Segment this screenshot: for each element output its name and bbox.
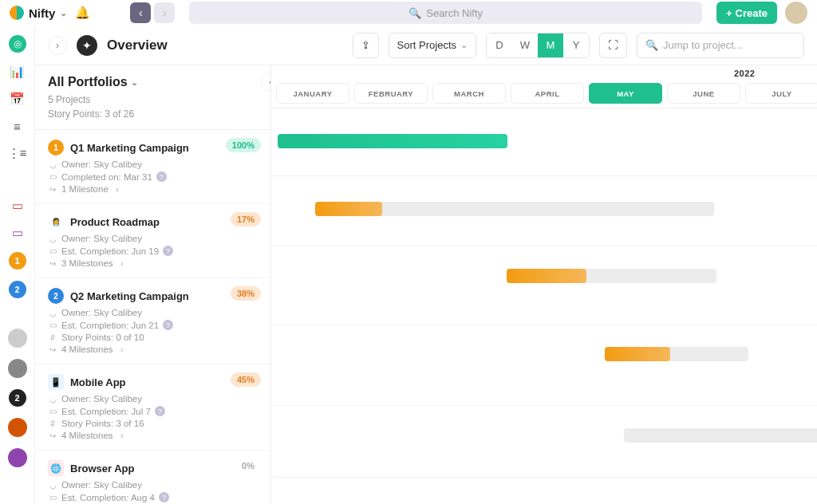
nav-back-button[interactable]: ‹ bbox=[130, 2, 151, 23]
project-icon: 📱 bbox=[48, 374, 64, 390]
project-completion: Completed on: Mar 31 bbox=[61, 172, 152, 182]
timescale-year[interactable]: Y bbox=[563, 33, 589, 57]
month-may[interactable]: MAY bbox=[589, 83, 662, 104]
fullscreen-button[interactable]: ⛶ bbox=[599, 33, 627, 58]
project-percent: 100% bbox=[226, 138, 261, 152]
project-percent: 17% bbox=[231, 212, 261, 226]
rail-project-b-icon[interactable]: ▭ bbox=[10, 225, 26, 241]
timescale-day[interactable]: D bbox=[487, 33, 512, 57]
user-icon: ◡ bbox=[48, 481, 57, 490]
search-placeholder: Search Nifty bbox=[426, 7, 483, 19]
timescale-month[interactable]: M bbox=[538, 33, 563, 57]
month-june[interactable]: JUNE bbox=[667, 83, 740, 104]
calendar-icon: ▭ bbox=[48, 246, 57, 255]
nav-rail: ◎ 📊 📅 ≡ ⋮≡ ▭ ▭ 1 2 2 bbox=[0, 26, 35, 504]
project-owner: Owner: Sky Calibey bbox=[61, 159, 142, 169]
hash-icon: # bbox=[48, 419, 57, 428]
info-icon[interactable]: ? bbox=[156, 171, 167, 182]
create-button[interactable]: + Create bbox=[716, 2, 777, 24]
chevron-right-icon: › bbox=[112, 185, 122, 194]
jump-to-project-input[interactable]: 🔍 Jump to project... bbox=[637, 33, 804, 58]
timeline-row bbox=[271, 246, 817, 325]
timeline-progress-bar[interactable] bbox=[507, 269, 586, 283]
project-percent: 45% bbox=[231, 372, 261, 387]
project-percent: 38% bbox=[231, 286, 261, 301]
project-name: Q2 Marketing Campaign bbox=[70, 290, 189, 302]
rail-avatar-4[interactable] bbox=[8, 448, 27, 467]
global-search[interactable]: 🔍 Search Nifty bbox=[189, 2, 702, 24]
rail-badge-2[interactable]: 2 bbox=[9, 281, 26, 298]
project-card[interactable]: 📱 Mobile App 45% ◡Owner: Sky Calibey▭Est… bbox=[35, 364, 270, 451]
info-icon[interactable]: ? bbox=[163, 246, 173, 256]
rail-avatar-1[interactable] bbox=[8, 329, 27, 348]
month-july[interactable]: JULY bbox=[745, 83, 817, 104]
timeline-progress-bar[interactable] bbox=[278, 134, 507, 148]
month-april[interactable]: APRIL bbox=[511, 83, 584, 104]
project-card[interactable]: 1 Q1 Marketing Campaign 100% ◡Owner: Sky… bbox=[35, 130, 270, 204]
hash-icon: # bbox=[48, 333, 57, 342]
info-icon[interactable]: ? bbox=[163, 320, 173, 330]
info-icon[interactable]: ? bbox=[159, 492, 169, 502]
brand-text: Nifty bbox=[29, 6, 55, 20]
page-title: Overview bbox=[107, 37, 168, 53]
subheader: › ✦ Overview ⇪ Sort Projects ⌄ D W M Y ⛶… bbox=[35, 26, 817, 65]
search-icon: 🔍 bbox=[645, 39, 658, 51]
compass-icon: ✦ bbox=[77, 35, 97, 56]
timeline-progress-bar[interactable] bbox=[605, 347, 670, 361]
timeline-progress-bar[interactable] bbox=[315, 202, 382, 216]
plus-icon: + bbox=[726, 7, 732, 19]
user-icon: ◡ bbox=[48, 309, 57, 317]
timeline-column: 2022 JANUARYFEBRUARYMARCHAPRILMAYJUNEJUL… bbox=[271, 65, 817, 504]
chevron-right-icon: › bbox=[117, 431, 127, 440]
milestone-icon: ↪ bbox=[48, 259, 57, 268]
milestone-icon: ↪ bbox=[48, 185, 57, 194]
portfolio-title[interactable]: All Portfolios ⌄ bbox=[48, 75, 258, 89]
project-percent: 0% bbox=[235, 459, 261, 473]
project-milestones: 4 Milestones bbox=[61, 345, 113, 354]
project-owner: Owner: Sky Calibey bbox=[61, 480, 142, 490]
calendar-icon: ▭ bbox=[48, 407, 57, 415]
timeline-header: 2022 JANUARYFEBRUARYMARCHAPRILMAYJUNEJUL… bbox=[271, 65, 817, 108]
rail-project-a-icon[interactable]: ▭ bbox=[10, 198, 26, 214]
brand[interactable]: Nifty ⌄ bbox=[10, 6, 67, 20]
project-card[interactable]: 2 Q2 Marketing Campaign 38% ◡Owner: Sky … bbox=[35, 278, 270, 364]
rail-avatar-2[interactable] bbox=[8, 359, 27, 378]
timescale-week[interactable]: W bbox=[512, 33, 538, 57]
info-icon[interactable]: ? bbox=[155, 406, 165, 416]
project-card[interactable]: 🌐 Browser App 0% ◡Owner: Sky Calibey▭Est… bbox=[35, 451, 270, 504]
expand-rail-button[interactable]: › bbox=[48, 36, 67, 55]
share-button[interactable]: ⇪ bbox=[353, 33, 379, 58]
rail-avatar-3[interactable] bbox=[8, 418, 27, 437]
timeline-row bbox=[271, 108, 817, 176]
rail-analytics-icon[interactable]: 📊 bbox=[10, 64, 26, 80]
rail-count-badge[interactable]: 2 bbox=[9, 389, 26, 407]
rail-badge-1[interactable]: 1 bbox=[9, 252, 26, 270]
bell-icon[interactable]: 🔔 bbox=[75, 6, 90, 20]
chevron-right-icon: › bbox=[117, 345, 127, 354]
share-icon: ⇪ bbox=[361, 39, 370, 51]
project-card[interactable]: 👩‍💼 Product Roadmap 17% ◡Owner: Sky Cali… bbox=[35, 204, 270, 278]
project-completion: Est. Completion: Jul 7 bbox=[61, 407, 151, 416]
project-list-column: ‹ All Portfolios ⌄ 5 Projects Story Poin… bbox=[35, 65, 271, 504]
search-icon: 🔍 bbox=[408, 7, 421, 19]
project-story-points: Story Points: 0 of 10 bbox=[61, 333, 144, 342]
rail-tasks-icon[interactable]: ⋮≡ bbox=[10, 145, 26, 161]
rail-overview-icon[interactable]: ◎ bbox=[9, 35, 26, 53]
timescale-switch: D W M Y bbox=[486, 33, 590, 58]
rail-list-icon[interactable]: ≡ bbox=[10, 118, 26, 134]
month-february[interactable]: FEBRUARY bbox=[354, 83, 428, 104]
sort-projects-button[interactable]: Sort Projects ⌄ bbox=[389, 33, 476, 58]
month-march[interactable]: MARCH bbox=[432, 83, 506, 104]
fullscreen-icon: ⛶ bbox=[608, 39, 618, 51]
project-icon: 2 bbox=[48, 288, 64, 304]
project-completion: Est. Completion: Aug 4 bbox=[61, 493, 155, 502]
user-avatar[interactable] bbox=[785, 2, 807, 24]
project-completion: Est. Completion: Jun 21 bbox=[61, 321, 159, 330]
timeline-row bbox=[271, 176, 817, 246]
month-january[interactable]: JANUARY bbox=[276, 83, 349, 104]
chevron-down-icon: ⌄ bbox=[131, 77, 138, 88]
topbar: Nifty ⌄ 🔔 ‹ › 🔍 Search Nifty + Create bbox=[0, 0, 817, 26]
timeline-total-bar[interactable] bbox=[624, 428, 817, 443]
portfolio-project-count: 5 Projects bbox=[48, 93, 258, 107]
rail-calendar-icon[interactable]: 📅 bbox=[10, 91, 26, 107]
